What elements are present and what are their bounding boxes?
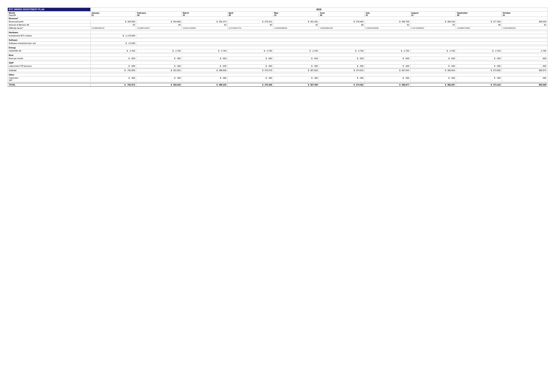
oth-jul: $ -366 <box>365 76 410 82</box>
en-oct: -2.765 <box>502 49 548 52</box>
sub-apr: $ 375.576 <box>227 69 273 72</box>
rev-jun: $ 378.483 <box>319 20 365 23</box>
software-section-label: Software <box>8 38 91 42</box>
tot-jan: $ -792.972 <box>90 83 136 86</box>
tot-jun: $ 374.452 <box>319 83 365 86</box>
en-may: $ -2.765 <box>273 49 319 52</box>
rev-jan: $ 393.059 <box>90 20 136 23</box>
difficulty-row: Difficulty factor* 1123863285132 1124987… <box>8 27 548 30</box>
oth-may: $ -366 <box>273 76 319 82</box>
sep-header: September 30 <box>456 11 502 17</box>
st-feb: $ -400 <box>136 64 182 68</box>
tot-oct: 385.508 <box>502 83 548 86</box>
revenue-month-row: Revenue/month $ 393.059 $ 354.666 $ 392.… <box>8 20 548 23</box>
en-mar: $ -2.765 <box>182 49 227 52</box>
oth-apr: $ -366 <box>227 76 273 82</box>
hardware-section-label: Hardware <box>8 31 91 34</box>
jan-header: January 31 <box>90 11 136 17</box>
diff-mar: 1126112135566 <box>182 27 227 30</box>
tot-feb: $ 350.635 <box>136 83 182 86</box>
software-sub-label: Software investment /per unit <box>8 42 91 45</box>
main-table: BTC MINING INVESTMENT PLAN 2018 Month Da… <box>7 7 548 87</box>
diff-feb: 1124987148417 <box>136 27 182 30</box>
jun-header: June 30 <box>319 11 365 17</box>
rev-sep: $ 377.350 <box>456 20 502 23</box>
diff-aug: 1131753968631 <box>410 27 456 30</box>
rev-may: $ 391.491 <box>273 20 319 23</box>
oth-sep: $ -366 <box>456 76 502 82</box>
sub-jan: $ -792.606 <box>90 69 136 72</box>
oth-mar: $ -366 <box>182 76 227 82</box>
btc-sep: 89 <box>456 23 502 27</box>
tot-aug: $ 386.287 <box>410 83 456 86</box>
rn-mar: $ -500 <box>182 57 227 60</box>
tot-apr: $ 375.209 <box>227 83 273 86</box>
oth-aug: $ -366 <box>410 76 456 82</box>
mar-header: March 31 <box>182 11 227 17</box>
st-apr: $ -400 <box>227 64 273 68</box>
sub-oct: 385.874 <box>502 69 548 72</box>
sub-may: $ 387.826 <box>273 69 319 72</box>
rent-sub-label: Rent per month <box>8 57 91 60</box>
aug-header: August 31 <box>410 11 456 17</box>
tot-jul: $ 386.677 <box>365 83 410 86</box>
st-jan: $ -400 <box>90 64 136 68</box>
en-jun: $ -2.765 <box>319 49 365 52</box>
sub-aug: $ 386.654 <box>410 69 456 72</box>
st-may: $ -400 <box>273 64 319 68</box>
table-title: BTC MINING INVESTMENT PLAN <box>8 8 91 11</box>
staff-sub-label: Laborcosts FTE*persons <box>8 64 91 68</box>
rev-oct: 389.539 <box>502 20 548 23</box>
staff-section-label: Staff <box>8 61 91 64</box>
oth-oct: -366 <box>502 76 548 82</box>
btc-apr: 90 <box>227 23 273 27</box>
en-jul: $ -2.765 <box>365 49 410 52</box>
subtotal-row: Subtotal $ -792.606 $ 351.001 $ 388.609 … <box>8 69 548 72</box>
rev-apr: $ 379.241 <box>227 20 273 23</box>
en-sep: $ -2.765 <box>456 49 502 52</box>
hardware-section-row: Hardware <box>8 31 548 34</box>
software-section-row: Software <box>8 38 548 42</box>
rn-jan: $ -500 <box>90 57 136 60</box>
st-mar: $ -400 <box>182 64 227 68</box>
rn-feb: $ -500 <box>136 57 182 60</box>
rev-jul: $ 390.709 <box>365 20 410 23</box>
diff-oct: 1134018608323 <box>502 27 548 30</box>
year-header: 2018 <box>90 8 547 11</box>
jul-header: July 31 <box>365 11 410 17</box>
revenue-section-row: Revenue* <box>8 17 548 20</box>
diff-sep: 1132885722600 <box>456 27 502 30</box>
revenue-section-label: Revenue* <box>8 17 548 20</box>
en-apr: $ -2.765 <box>227 49 273 52</box>
rent-section-label: Rent <box>8 54 91 57</box>
unforseen-row: Unforseen VAT $ -366 $ -366 $ -366 $ -36… <box>8 76 548 82</box>
st-aug: $ -400 <box>410 64 456 68</box>
btc-jun: 89 <box>319 23 365 27</box>
bitcoins-row: Amount of Bitcoins /M 93 84 93 90 92 89 … <box>8 23 548 27</box>
rn-sep: $ -500 <box>456 57 502 60</box>
rn-apr: $ -500 <box>227 57 273 60</box>
en-jan: $ -2.765 <box>90 49 136 52</box>
btc-mar: 93 <box>182 23 227 27</box>
btc-aug: 92 <box>410 23 456 27</box>
sw-jan: $ -12.000 <box>90 42 136 45</box>
tot-may: $ 387.459 <box>273 83 319 86</box>
sub-mar: $ 388.609 <box>182 69 227 72</box>
other-section-label: Other <box>8 73 91 76</box>
total-label: TOTAL <box>8 83 91 86</box>
bitcoins-label: Amount of Bitcoins /M <box>8 23 91 27</box>
st-sep: $ -400 <box>456 64 502 68</box>
oct-header: October 31 <box>502 11 548 17</box>
total-row: TOTAL $ -792.972 $ 350.635 $ 388.243 $ 3… <box>8 83 548 86</box>
oth-jan: $ -366 <box>90 76 136 82</box>
st-jun: $ -400 <box>319 64 365 68</box>
hardware-sub-label: Investement BTC miners: <box>8 34 91 37</box>
rn-jul: $ -500 <box>365 57 410 60</box>
en-aug: $ -2.765 <box>410 49 456 52</box>
sub-jun: $ 374.819 <box>319 69 365 72</box>
btc-may: 92 <box>273 23 319 27</box>
diff-apr: 1127238247701 <box>227 27 273 30</box>
staff-section-row: Staff <box>8 61 548 64</box>
staff-value-row: Laborcosts FTE*persons $ -400 $ -400 $ -… <box>8 64 548 68</box>
may-header: May 31 <box>273 11 319 17</box>
